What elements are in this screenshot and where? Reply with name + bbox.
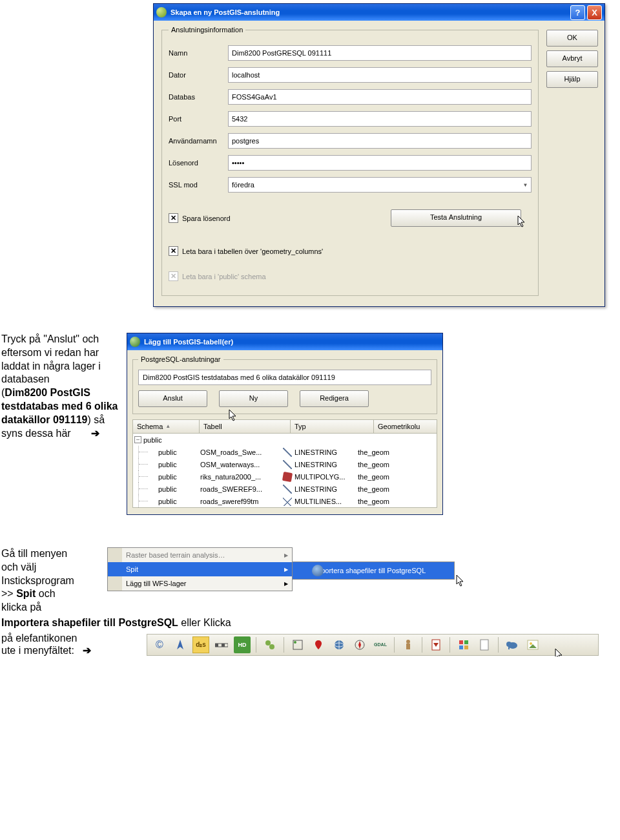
- table-body: –public public OSM_roads_Swe... LINESTRI…: [132, 434, 437, 508]
- help-icon[interactable]: ?: [570, 5, 585, 20]
- cursor-icon: [555, 648, 565, 656]
- close-icon[interactable]: X: [587, 5, 602, 20]
- port-input[interactable]: [228, 111, 532, 127]
- tree-root[interactable]: –public: [133, 434, 437, 446]
- submenu-arrow-icon: ▶: [284, 581, 288, 587]
- user-input[interactable]: [228, 133, 532, 149]
- test-connection-button[interactable]: Testa Anslutning: [391, 209, 521, 227]
- image-icon[interactable]: [524, 636, 541, 653]
- menu-item-spit[interactable]: Spit▶: [108, 562, 292, 576]
- titlebar[interactable]: Lägg till PostGIS-tabell(er): [127, 333, 442, 350]
- qgis-toolbar: © d₂s HD GDAL: [147, 634, 599, 656]
- svg-marker-0: [177, 640, 183, 649]
- copyright-icon[interactable]: ©: [151, 636, 168, 653]
- svg-rect-17: [459, 640, 463, 644]
- polygon-icon: [282, 471, 293, 481]
- dialog-title: Lägg till PostGIS-tabell(er): [144, 338, 440, 346]
- d2s-icon[interactable]: d₂s: [192, 636, 209, 653]
- label-db: Databas: [169, 93, 228, 101]
- geometry-columns-checkbox[interactable]: ✕: [169, 246, 178, 256]
- cursor-icon: [517, 215, 528, 229]
- svg-point-4: [265, 640, 271, 646]
- connect-button[interactable]: Anslut: [138, 390, 207, 407]
- plugin-icon[interactable]: [262, 636, 278, 653]
- help-button[interactable]: Hjälp: [546, 71, 598, 88]
- svg-point-7: [294, 641, 296, 644]
- fieldset-legend: PostgreSQL-anslutningar: [138, 355, 223, 363]
- hd-icon[interactable]: HD: [234, 636, 251, 653]
- new-button[interactable]: Ny: [219, 390, 288, 407]
- svg-point-13: [406, 640, 410, 644]
- label-host: Dator: [169, 71, 228, 79]
- spit-submenu: Importera shapefiler till PostgreSQL: [292, 562, 455, 580]
- database-input[interactable]: [228, 89, 532, 105]
- cursor-icon: [229, 409, 239, 423]
- multiline-icon: [283, 497, 292, 506]
- host-input[interactable]: [228, 67, 532, 83]
- name-input[interactable]: [228, 45, 532, 61]
- submenu-arrow-icon: ▶: [284, 552, 288, 558]
- public-schema-label: Leta bara i 'public' schema: [182, 273, 266, 280]
- col-tabell[interactable]: Tabell: [200, 420, 291, 434]
- north-arrow-icon[interactable]: [172, 636, 189, 653]
- svg-rect-19: [459, 646, 463, 649]
- compass-icon[interactable]: [351, 636, 368, 653]
- cancel-button[interactable]: Avbryt: [546, 50, 598, 67]
- menu-item-import-shp[interactable]: Importera shapefiler till PostgreSQL: [293, 562, 454, 579]
- label-ssl: SSL mod: [169, 181, 228, 189]
- ok-button[interactable]: OK: [546, 30, 598, 47]
- info-icon[interactable]: [289, 636, 306, 653]
- globe-icon[interactable]: [331, 636, 347, 653]
- linestring-icon: [283, 448, 292, 457]
- table-row[interactable]: public riks_natura2000_... MULTIPOLYG...…: [133, 470, 437, 483]
- svg-marker-12: [358, 641, 361, 649]
- password-input[interactable]: [228, 155, 532, 171]
- label-port: Port: [169, 115, 228, 123]
- grid-icon[interactable]: [455, 636, 472, 653]
- save-password-label: Spara lösenord: [182, 215, 231, 222]
- menu-item-wfs[interactable]: Lägg till WFS-lager▶: [108, 576, 292, 591]
- ssl-mode-select[interactable]: föredra ▼: [228, 177, 532, 193]
- label-name: Namn: [169, 49, 228, 57]
- gdal-icon[interactable]: GDAL: [372, 636, 389, 653]
- col-schema[interactable]: Schema▲: [133, 420, 200, 434]
- scalebar-icon[interactable]: [213, 636, 230, 653]
- col-geom[interactable]: Geometrikolu: [374, 420, 437, 434]
- postgis-connection-dialog: Skapa en ny PostGIS-anslutning ? X Anslu…: [153, 3, 605, 307]
- table-row[interactable]: public OSM_roads_Swe... LINESTRING the_g…: [133, 446, 437, 458]
- edit-button[interactable]: Redigera: [300, 390, 369, 407]
- svg-point-5: [269, 644, 274, 649]
- public-schema-checkbox: ✕: [169, 271, 178, 281]
- svg-rect-3: [222, 644, 225, 647]
- svg-rect-14: [406, 644, 410, 649]
- qgis-icon: [130, 337, 140, 347]
- menu-item-raster[interactable]: Raster based terrain analysis…▶: [108, 548, 292, 562]
- instruction-text-3a: Importera shapefiler till PostgreSQL ell…: [1, 617, 620, 629]
- pdf-icon[interactable]: [428, 636, 444, 653]
- pin-icon[interactable]: [310, 636, 327, 653]
- menu-screenshot: Raster based terrain analysis…▶ Spit▶ Lä…: [107, 547, 604, 591]
- file-icon[interactable]: [476, 636, 493, 653]
- add-postgis-tables-dialog: Lägg till PostGIS-tabell(er) PostgreSQL-…: [127, 333, 443, 515]
- table-row[interactable]: public roads_SWEREF9... LINESTRING the_g…: [133, 483, 437, 495]
- connection-info-fieldset: Anslutningsinformation Namn Dator Databa…: [161, 26, 539, 296]
- instruction-text-1: Tryck på "Anslut" och eftersom vi redan …: [0, 333, 127, 515]
- table-header: Schema▲ Tabell Typ Geometrikolu: [132, 419, 437, 434]
- cursor-icon: [456, 574, 466, 589]
- instruction-text-2: Gå till menyen och välj Insticksprogram …: [0, 547, 107, 614]
- tree-collapse-icon[interactable]: –: [134, 436, 141, 443]
- svg-rect-24: [508, 646, 510, 649]
- col-typ[interactable]: Typ: [291, 420, 374, 434]
- connection-select[interactable]: Dim8200 PostGIS testdatabas med 6 olika …: [138, 370, 431, 385]
- table-row[interactable]: public OSM_waterways... LINESTRING the_g…: [133, 458, 437, 470]
- elephant-icon[interactable]: [504, 636, 521, 653]
- titlebar[interactable]: Skapa en ny PostGIS-anslutning ? X: [154, 4, 604, 21]
- sort-asc-icon: ▲: [165, 420, 170, 433]
- linestring-icon: [283, 485, 292, 494]
- label-pass: Lösenord: [169, 159, 228, 167]
- man-icon[interactable]: [400, 636, 417, 653]
- save-password-checkbox[interactable]: ✕: [169, 213, 178, 223]
- instruction-text-3b: på elefantikonen ute i menyfältet: ➔: [1, 633, 147, 656]
- label-user: Användarnamn: [169, 137, 228, 145]
- table-row[interactable]: public roads_sweref99tm MULTILINES... th…: [133, 495, 437, 507]
